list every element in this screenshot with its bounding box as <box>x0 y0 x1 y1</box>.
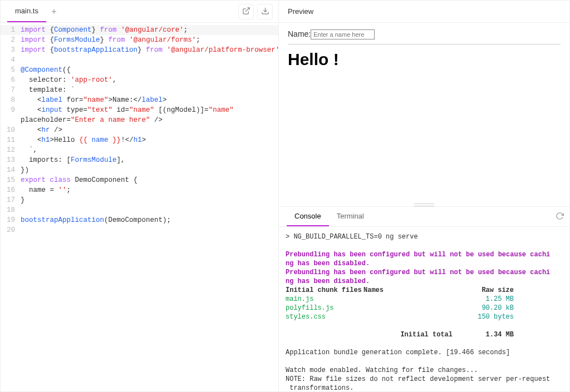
code-line: placeholder="Enter a name here" /> <box>1 115 278 125</box>
code-line: 1import {Component} from '@angular/core'… <box>1 25 278 35</box>
tab-main-ts[interactable]: main.ts <box>7 1 46 22</box>
code-line: 6 selector: 'app-root', <box>1 75 278 85</box>
code-line: 13 imports: [FormsModule], <box>1 155 278 165</box>
preview-title: Preview <box>288 7 313 16</box>
code-line: 12 `, <box>1 145 278 155</box>
code-line: 5@Component({ <box>1 65 278 75</box>
preview-pane: Preview Name: Hello ! <box>279 1 569 206</box>
right-pane: Preview Name: Hello ! Console Terminal <box>279 1 569 391</box>
code-line: 10 <hr /> <box>1 125 278 135</box>
svg-line-0 <box>245 7 249 11</box>
editor-pane: main.ts + 1import {Component} from '@ang… <box>1 1 279 391</box>
preview-header: Preview <box>279 1 569 23</box>
code-line: 15export class DemoComponent { <box>1 175 278 185</box>
bottom-panel: Console Terminal > NG_BUILD_PARALLEL_TS=… <box>279 206 569 391</box>
download-button[interactable] <box>257 4 273 19</box>
divider <box>288 44 561 44</box>
code-line: 18 <box>1 205 278 215</box>
code-line: 7 template: ` <box>1 85 278 95</box>
code-line: 11 <h1>Hello {{ name }}!</h1> <box>1 135 278 145</box>
code-line: 3import {bootstrapApplication} from '@an… <box>1 45 278 55</box>
refresh-button[interactable] <box>549 207 569 226</box>
code-line: 16 name = ''; <box>1 185 278 195</box>
editor-tabs: main.ts + <box>1 1 278 23</box>
app-root: main.ts + 1import {Component} from '@ang… <box>0 0 570 392</box>
add-tab-button[interactable]: + <box>46 1 62 22</box>
code-line: 14}) <box>1 165 278 175</box>
download-icon <box>261 7 269 17</box>
code-line: 17} <box>1 195 278 205</box>
tab-terminal[interactable]: Terminal <box>329 207 372 226</box>
name-label: Name: <box>288 29 311 38</box>
tab-console[interactable]: Console <box>287 207 329 226</box>
code-editor[interactable]: 1import {Component} from '@angular/core'… <box>1 23 278 391</box>
name-input[interactable] <box>311 29 375 39</box>
code-line: 8 <label for="name">Name:</label> <box>1 95 278 105</box>
external-link-icon <box>242 7 250 17</box>
tab-label: main.ts <box>15 7 38 15</box>
bottom-tabs: Console Terminal <box>279 207 569 227</box>
preview-body: Name: Hello ! <box>279 23 569 72</box>
refresh-icon <box>556 212 564 222</box>
code-line: 4 <box>1 55 278 65</box>
open-external-button[interactable] <box>238 4 254 19</box>
code-line: 2import {FormsModule} from '@angular/for… <box>1 35 278 45</box>
code-line: 20 <box>1 225 278 235</box>
code-line: 9 <input type="text" id="name" [(ngModel… <box>1 105 278 115</box>
hello-heading: Hello ! <box>288 50 561 69</box>
console-output[interactable]: > NG_BUILD_PARALLEL_TS=0 ng serve Prebun… <box>279 227 569 391</box>
code-line: 19bootstrapApplication(DemoComponent); <box>1 215 278 225</box>
